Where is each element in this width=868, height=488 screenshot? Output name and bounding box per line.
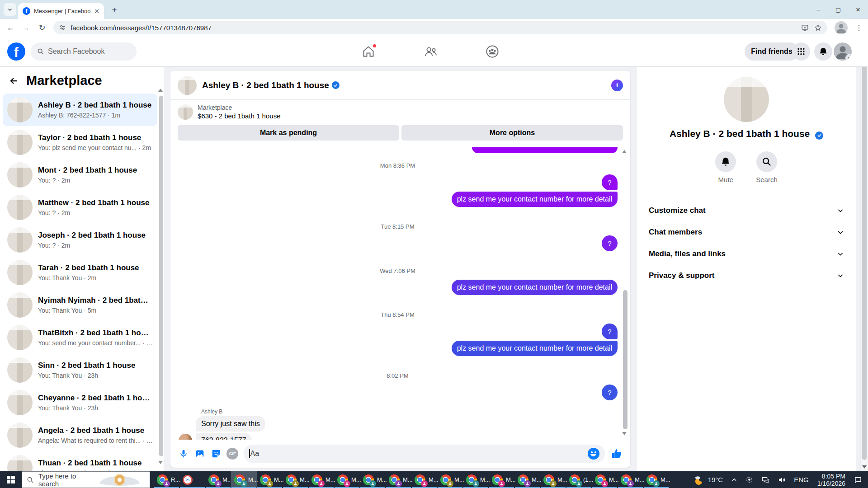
sticker-icon[interactable] bbox=[209, 447, 223, 460]
sidebar-scrollbar[interactable] bbox=[159, 96, 163, 456]
forward-button[interactable]: → bbox=[20, 22, 32, 33]
tray-chevron-up-icon[interactable] bbox=[727, 471, 741, 488]
conversation-item[interactable]: Joseph · 2 bed 1bath 1 houseYou: ? · 2m bbox=[3, 224, 157, 256]
taskbar-item-chrome-window[interactable]: M... bbox=[540, 471, 566, 488]
message-input[interactable]: Aa bbox=[244, 445, 605, 463]
details-section-media-files-and-links[interactable]: Media, files and links bbox=[637, 243, 856, 265]
taskbar-item-chrome-window[interactable]: M... bbox=[463, 471, 489, 488]
screen-cast-icon[interactable] bbox=[741, 471, 757, 488]
taskbar-item-chrome-window[interactable]: M... bbox=[437, 471, 463, 488]
taskbar-item-chrome-window[interactable]: M... bbox=[643, 471, 669, 488]
gif-icon[interactable]: GIF bbox=[226, 447, 239, 460]
details-section-privacy-support[interactable]: Privacy & support bbox=[637, 265, 856, 286]
volume-icon[interactable] bbox=[774, 471, 790, 488]
details-section-chat-members[interactable]: Chat members bbox=[637, 221, 856, 243]
notification-center-icon[interactable] bbox=[850, 471, 866, 488]
taskbar-item-chrome-window[interactable]: M... bbox=[231, 471, 257, 488]
taskbar-item-chrome-window[interactable]: M... bbox=[308, 471, 334, 488]
messages-scroll-up-icon[interactable] bbox=[622, 150, 627, 153]
emoji-icon[interactable] bbox=[588, 448, 599, 460]
like-thumb-icon[interactable] bbox=[609, 446, 624, 461]
taskbar-item-chrome-window[interactable]: M... bbox=[618, 471, 643, 488]
weather-widget[interactable]: 19°C bbox=[690, 471, 727, 488]
sidebar-scroll-down-icon[interactable] bbox=[158, 461, 163, 464]
back-button[interactable]: ← bbox=[5, 22, 16, 33]
back-arrow-icon[interactable] bbox=[7, 74, 21, 88]
notifications-bell-icon[interactable] bbox=[814, 42, 832, 61]
conversation-item[interactable]: Ashley B · 2 bed 1bath 1 houseAshley B: … bbox=[3, 94, 157, 126]
profile-badge-icon bbox=[163, 480, 170, 487]
search-highlight-image[interactable] bbox=[94, 474, 145, 486]
conversation-item[interactable]: Matthew · 2 bed 1bath 1 houseYou: ? · 2m bbox=[3, 191, 157, 224]
taskbar-item-chrome-window[interactable]: M... bbox=[514, 471, 540, 488]
new-tab-button[interactable]: + bbox=[108, 4, 120, 16]
bookmark-star-icon[interactable] bbox=[814, 24, 822, 32]
taskbar-item-chrome-window[interactable]: M... bbox=[386, 471, 411, 488]
nav-groups-icon[interactable] bbox=[467, 42, 517, 61]
mute-button[interactable]: Mute bbox=[715, 151, 736, 183]
browser-menu-icon[interactable]: ⋮ bbox=[854, 22, 863, 33]
profile-badge-icon bbox=[447, 480, 453, 487]
conversation-item[interactable]: ThatBitxh · 2 bed 1bath 1 houseYou: send… bbox=[3, 321, 157, 354]
taskbar-item-chrome-window[interactable]: M... bbox=[283, 471, 308, 488]
taskbar-item-chrome-window[interactable]: M... bbox=[360, 471, 386, 488]
marketplace-listing-row[interactable]: Marketplace $630 - 2 bed 1bath 1 house bbox=[170, 100, 630, 122]
find-friends-button[interactable]: Find friends bbox=[745, 42, 799, 61]
clock-widget[interactable]: 8:05 PM 1/16/2026 bbox=[813, 473, 850, 487]
details-avatar[interactable] bbox=[724, 77, 769, 122]
taskbar-search-input[interactable]: Type here to search bbox=[22, 471, 150, 488]
taskbar-item-chrome-window[interactable]: M... bbox=[334, 471, 360, 488]
language-indicator[interactable]: ENG bbox=[790, 471, 813, 488]
account-avatar[interactable] bbox=[834, 42, 852, 61]
tab-list-chevron-icon[interactable] bbox=[4, 3, 16, 16]
tab-close-icon[interactable]: ✕ bbox=[94, 8, 99, 15]
browser-tab[interactable]: f Messenger | Facebook ✕ bbox=[18, 3, 104, 19]
reload-button[interactable]: ↻ bbox=[36, 22, 48, 33]
taskbar-item-chrome-window[interactable]: M... bbox=[592, 471, 618, 488]
window-close-button[interactable]: ✕ bbox=[848, 0, 868, 19]
message-list[interactable]: Mon 8:36 PM?plz send me your contact num… bbox=[170, 147, 630, 440]
taskbar-item-chrome-window[interactable]: (1... bbox=[566, 471, 592, 488]
window-maximize-button[interactable]: ▢ bbox=[828, 0, 848, 19]
site-info-icon[interactable] bbox=[59, 24, 66, 31]
facebook-logo-icon[interactable]: f bbox=[7, 42, 25, 61]
taskbar-item-snipping-tool[interactable]: ✂ bbox=[179, 471, 205, 488]
nav-friends-icon[interactable] bbox=[406, 42, 456, 61]
chat-avatar[interactable] bbox=[178, 76, 197, 95]
conversation-item[interactable]: Angela · 2 bed 1bath 1 houseAngela: What… bbox=[3, 419, 157, 451]
conversation-item[interactable]: Taylor · 2 bed 1bath 1 houseYou: plz sen… bbox=[3, 126, 157, 159]
taskbar-item-chrome-window[interactable]: M... bbox=[489, 471, 514, 488]
browser-profile-avatar[interactable] bbox=[835, 21, 848, 34]
conversation-item[interactable]: Nyimah Nyimah · 2 bed 1bath 1 ...You: Th… bbox=[3, 289, 157, 321]
facebook-search-input[interactable]: Search Facebook bbox=[31, 42, 137, 61]
attach-image-icon[interactable] bbox=[193, 447, 207, 460]
address-bar[interactable]: facebook.com/messages/t/1577013487076987 bbox=[53, 21, 827, 34]
messages-scrollbar[interactable] bbox=[623, 290, 627, 429]
conversation-avatar bbox=[7, 97, 33, 122]
install-app-icon[interactable] bbox=[801, 24, 809, 32]
more-options-button[interactable]: More options bbox=[401, 125, 623, 141]
mark-as-pending-button[interactable]: Mark as pending bbox=[178, 125, 399, 141]
nav-home-icon[interactable] bbox=[344, 42, 393, 61]
taskbar-item-chrome-window[interactable]: M... bbox=[205, 471, 231, 488]
conversation-info-icon[interactable]: i bbox=[611, 80, 623, 91]
search-in-conversation-button[interactable]: Search bbox=[756, 151, 778, 183]
network-icon[interactable] bbox=[757, 471, 774, 488]
messages-scroll-down-icon[interactable] bbox=[622, 432, 627, 435]
apps-grid-icon[interactable] bbox=[792, 42, 810, 61]
page-scrollbar[interactable] bbox=[860, 36, 868, 471]
page-scrollbar-thumb[interactable] bbox=[862, 45, 867, 460]
page-scroll-down-icon[interactable] bbox=[862, 465, 867, 469]
details-section-customize-chat[interactable]: Customize chat bbox=[637, 200, 856, 221]
window-minimize-button[interactable]: – bbox=[808, 0, 828, 19]
conversation-item[interactable]: Tarah · 2 bed 1bath 1 houseYou: Thank Yo… bbox=[3, 256, 157, 289]
taskbar-item-chrome-window[interactable]: M... bbox=[411, 471, 437, 488]
taskbar-item-chrome-window[interactable]: M... bbox=[257, 471, 283, 488]
start-button[interactable] bbox=[0, 471, 22, 488]
taskbar-item-chrome-window[interactable]: R... bbox=[154, 471, 179, 488]
conversation-item[interactable]: Mont · 2 bed 1bath 1 houseYou: ? · 2m bbox=[3, 159, 157, 191]
sidebar-scroll-up-icon[interactable] bbox=[158, 89, 163, 92]
conversation-item[interactable]: Sinn · 2 bed 1bath 1 houseYou: Thank You… bbox=[3, 354, 157, 386]
voice-clip-icon[interactable] bbox=[177, 447, 190, 460]
conversation-item[interactable]: Cheyanne · 2 bed 1bath 1 houseYou: Thank… bbox=[3, 386, 157, 419]
